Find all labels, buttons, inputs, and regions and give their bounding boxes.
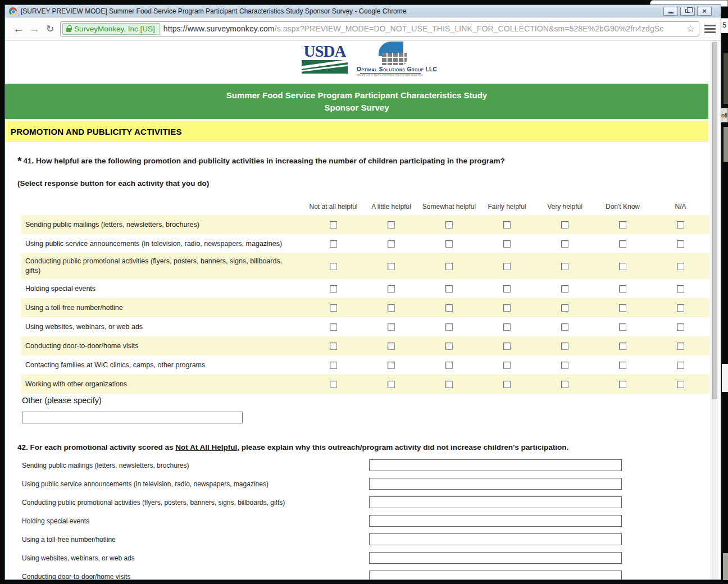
rating-checkbox[interactable] <box>388 304 395 312</box>
explanation-input[interactable] <box>369 571 622 580</box>
matrix-cell <box>362 323 420 331</box>
rating-checkbox[interactable] <box>445 285 453 293</box>
explanation-input[interactable] <box>369 533 622 545</box>
matrix-cell <box>594 304 652 312</box>
rating-checkbox[interactable] <box>445 381 453 388</box>
menu-icon[interactable] <box>704 25 716 33</box>
rating-checkbox[interactable] <box>561 323 568 331</box>
minimize-button[interactable] <box>663 7 678 16</box>
rating-checkbox[interactable] <box>619 263 626 270</box>
rating-checkbox[interactable] <box>677 285 684 293</box>
rating-checkbox[interactable] <box>445 221 453 229</box>
rating-checkbox[interactable] <box>561 263 568 270</box>
rating-checkbox[interactable] <box>619 285 626 293</box>
rating-checkbox[interactable] <box>619 381 626 388</box>
rating-checkbox[interactable] <box>677 263 684 270</box>
rating-checkbox[interactable] <box>330 263 337 270</box>
rating-checkbox[interactable] <box>445 240 453 248</box>
rating-checkbox[interactable] <box>330 362 337 369</box>
other-specify-input[interactable] <box>22 412 243 423</box>
rating-checkbox[interactable] <box>388 381 395 388</box>
rating-checkbox[interactable] <box>330 240 337 248</box>
rating-checkbox[interactable] <box>619 304 626 312</box>
rating-checkbox[interactable] <box>677 323 684 331</box>
rating-checkbox[interactable] <box>445 343 453 350</box>
rating-checkbox[interactable] <box>503 263 511 270</box>
browser-toolbar: ← → ↻ SurveyMonkey, Inc [US] https://www… <box>5 17 721 40</box>
rating-checkbox[interactable] <box>619 221 626 229</box>
rating-checkbox[interactable] <box>677 304 684 312</box>
address-bar[interactable]: SurveyMonkey, Inc [US] https://www.surve… <box>60 21 699 36</box>
rating-checkbox[interactable] <box>388 362 395 369</box>
matrix-row-label: Using public service announcements (in t… <box>21 236 304 252</box>
rating-checkbox[interactable] <box>677 381 684 388</box>
restore-button[interactable] <box>680 7 695 16</box>
rating-checkbox[interactable] <box>445 323 453 331</box>
window-titlebar[interactable]: [SURVEY PREVIEW MODE] Summer Food Servic… <box>5 5 721 17</box>
rating-checkbox[interactable] <box>330 343 337 350</box>
rating-checkbox[interactable] <box>561 221 568 229</box>
matrix-row-label: Contacting families at WIC clinics, camp… <box>21 357 304 373</box>
survey-title-line1: Summer Food Service Program Participant … <box>5 90 708 100</box>
rating-checkbox[interactable] <box>677 240 684 248</box>
rating-checkbox[interactable] <box>561 343 568 350</box>
close-button[interactable]: × <box>697 7 712 16</box>
matrix-cell <box>420 240 478 248</box>
rating-checkbox[interactable] <box>330 221 337 229</box>
back-button[interactable]: ← <box>11 22 26 35</box>
rating-checkbox[interactable] <box>503 304 511 312</box>
rating-checkbox[interactable] <box>561 240 568 248</box>
rating-checkbox[interactable] <box>330 285 337 293</box>
rating-checkbox[interactable] <box>677 362 684 369</box>
rating-checkbox[interactable] <box>445 362 453 369</box>
scrollbar-thumb[interactable] <box>712 42 717 399</box>
rating-checkbox[interactable] <box>445 263 453 270</box>
matrix-cell <box>304 323 362 331</box>
rating-checkbox[interactable] <box>503 323 511 331</box>
rating-checkbox[interactable] <box>677 343 684 350</box>
survey-title-line2: Sponsor Survey <box>5 103 708 112</box>
ev-certificate-badge[interactable]: SurveyMonkey, Inc [US] <box>62 23 160 35</box>
rating-checkbox[interactable] <box>503 381 511 388</box>
reload-button[interactable]: ↻ <box>42 23 58 35</box>
rating-checkbox[interactable] <box>388 343 395 350</box>
rating-checkbox[interactable] <box>330 381 337 388</box>
page-scrollbar[interactable] <box>711 40 718 580</box>
matrix-cell <box>478 304 536 312</box>
bookmark-star-icon[interactable]: ☆ <box>685 23 697 35</box>
rating-checkbox[interactable] <box>561 362 568 369</box>
rating-checkbox[interactable] <box>388 323 395 331</box>
forward-button[interactable]: → <box>26 22 42 35</box>
rating-checkbox[interactable] <box>561 304 568 312</box>
rating-checkbox[interactable] <box>619 362 626 369</box>
rating-checkbox[interactable] <box>561 381 568 388</box>
rating-checkbox[interactable] <box>619 240 626 248</box>
rating-checkbox[interactable] <box>388 285 395 293</box>
explanation-input[interactable] <box>369 496 622 508</box>
rating-checkbox[interactable] <box>503 285 511 293</box>
rating-checkbox[interactable] <box>330 323 337 331</box>
matrix-cell <box>304 263 362 270</box>
rating-checkbox[interactable] <box>619 343 626 350</box>
rating-checkbox[interactable] <box>677 221 684 229</box>
rating-checkbox[interactable] <box>503 221 511 229</box>
lock-icon <box>66 25 71 32</box>
rating-checkbox[interactable] <box>388 263 395 270</box>
explanation-input[interactable] <box>369 459 622 471</box>
rating-checkbox[interactable] <box>561 285 568 293</box>
rating-checkbox[interactable] <box>619 323 626 331</box>
matrix-column-header: Somewhat helpful <box>420 203 478 215</box>
rating-checkbox[interactable] <box>503 240 511 248</box>
rating-checkbox[interactable] <box>388 221 395 229</box>
required-asterisk: * <box>17 155 21 167</box>
explanation-input[interactable] <box>369 515 622 527</box>
explanation-input[interactable] <box>369 478 622 490</box>
rating-checkbox[interactable] <box>330 304 337 312</box>
matrix-cell <box>478 343 536 350</box>
rating-checkbox[interactable] <box>503 362 511 369</box>
explanation-input[interactable] <box>369 552 622 564</box>
rating-checkbox[interactable] <box>388 240 395 248</box>
rating-checkbox[interactable] <box>445 304 453 312</box>
rating-checkbox[interactable] <box>503 343 511 350</box>
matrix-cell <box>304 240 362 248</box>
